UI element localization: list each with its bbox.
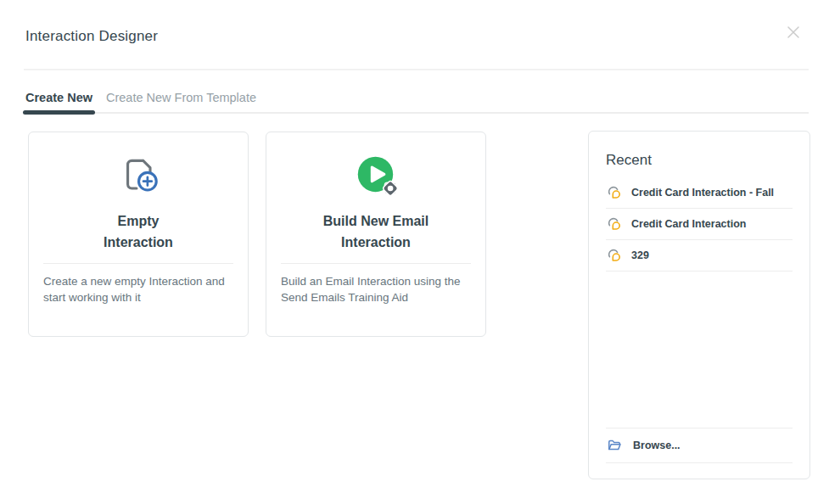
chat-bubble-icon (608, 186, 621, 199)
card-title-line: Interaction (323, 232, 429, 254)
recent-item-label: Credit Card Interaction - Fall (631, 187, 774, 199)
card-divider (281, 263, 471, 264)
open-folder-icon (608, 439, 621, 452)
header-divider (24, 69, 809, 70)
card-title-line: Build New Email (323, 211, 429, 232)
dialog-title: Interaction Designer (25, 28, 158, 45)
recent-item[interactable]: Credit Card Interaction (606, 209, 793, 240)
recent-spacer (606, 272, 793, 428)
card-description: Build an Email Interaction using the Sen… (281, 273, 471, 306)
interaction-designer-dialog: Interaction Designer Create New Create N… (0, 0, 829, 504)
tab-create-new-from-template[interactable]: Create New From Template (106, 89, 256, 112)
document-add-icon (114, 152, 163, 201)
chat-bubble-icon (608, 249, 621, 262)
card-divider (43, 263, 233, 264)
browse-label: Browse... (633, 440, 681, 451)
recent-item-label: Credit Card Interaction (631, 218, 746, 230)
recent-item[interactable]: Credit Card Interaction - Fall (606, 177, 793, 209)
recent-item[interactable]: 329 (606, 240, 793, 272)
chat-bubble-icon (608, 217, 621, 231)
tab-create-new[interactable]: Create New (25, 89, 92, 112)
card-build-new-email-interaction[interactable]: Build New Email Interaction Build an Ema… (266, 132, 486, 337)
close-icon (785, 24, 802, 41)
recent-item-label: 329 (631, 249, 649, 261)
recent-panel: Recent Credit Card Interaction - Fall Cr… (588, 131, 810, 479)
browse-button[interactable]: Browse... (606, 428, 793, 463)
card-title-line: Interaction (104, 232, 173, 254)
recent-heading: Recent (606, 152, 793, 169)
card-title: Empty Interaction (104, 211, 173, 254)
tab-bar: Create New Create New From Template (25, 89, 809, 114)
card-empty-interaction[interactable]: Empty Interaction Create a new empty Int… (28, 132, 249, 337)
play-gear-icon (351, 152, 400, 201)
close-button[interactable] (784, 23, 803, 42)
card-title: Build New Email Interaction (323, 211, 429, 254)
card-title-line: Empty (104, 211, 173, 232)
card-description: Create a new empty Interaction and start… (43, 273, 233, 306)
